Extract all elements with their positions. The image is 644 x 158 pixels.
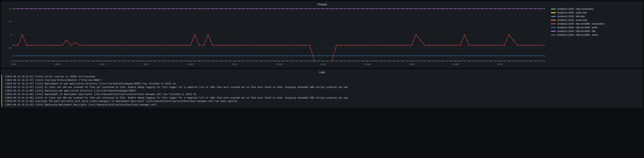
legend-item[interactable]: localhost:12345 - http-nio-8080 - idle: [551, 29, 640, 33]
svg-point-828: [367, 8, 368, 9]
expand-caret-icon[interactable]: ▸: [3, 103, 4, 106]
log-line[interactable]: ▸[2023-04-13 14:12:47] [info] At least o…: [1, 86, 643, 89]
svg-point-519: [70, 45, 71, 46]
expand-caret-icon[interactable]: ▸: [3, 82, 4, 85]
svg-point-520: [75, 42, 76, 43]
expand-caret-icon[interactable]: ▸: [3, 89, 4, 92]
svg-point-685: [270, 55, 270, 56]
log-text: [2023-04-13 14:12:47] [info] Server star…: [5, 75, 95, 78]
info-icon[interactable]: i: [3, 2, 3, 5]
legend-item[interactable]: localhost:12345 - http-nio-8080 - connec…: [551, 22, 640, 26]
svg-point-627: [13, 55, 14, 56]
svg-point-717: [411, 55, 412, 56]
legend-item[interactable]: localhost:12345 - active total: [551, 18, 640, 22]
panel-title-logs[interactable]: Logs: [1, 69, 643, 75]
svg-point-887: [93, 60, 94, 61]
log-line[interactable]: ▸[2023-04-13 14:12:46] [warning] The pat…: [1, 99, 643, 103]
svg-point-815: [310, 8, 310, 9]
log-text: [2023-04-13 14:12:47] [info] At least on…: [5, 86, 348, 89]
svg-point-920: [238, 60, 240, 61]
svg-point-908: [186, 60, 186, 61]
log-line[interactable]: ▸[2023-04-13 14:12:45] [info] Deploying …: [1, 103, 643, 106]
svg-point-676: [230, 55, 231, 56]
svg-point-907: [181, 60, 182, 61]
svg-point-549: [203, 45, 204, 46]
log-line[interactable]: ▸[2023-04-13 14:12:47] [info] Starting P…: [1, 78, 643, 82]
svg-point-534: [137, 45, 138, 46]
svg-point-517: [62, 45, 62, 46]
svg-point-672: [212, 55, 213, 56]
svg-point-718: [416, 55, 416, 56]
svg-point-748: [13, 8, 14, 9]
svg-point-650: [115, 55, 116, 56]
log-line[interactable]: ▸[2023-04-13 14:12:47] [info] Deployment…: [1, 82, 643, 86]
svg-point-799: [238, 8, 240, 9]
svg-point-873: [31, 60, 32, 61]
expand-caret-icon[interactable]: ▸: [3, 79, 4, 82]
svg-point-739: [508, 55, 509, 56]
svg-point-527: [106, 45, 107, 46]
svg-point-766: [93, 8, 94, 9]
log-line[interactable]: ▸[2023-04-13 14:12:46] [info] Deployment…: [1, 93, 643, 96]
svg-point-509: [26, 45, 27, 46]
svg-point-742: [522, 55, 522, 56]
svg-text:7.5: 7.5: [9, 21, 12, 23]
expand-caret-icon[interactable]: ▸: [3, 86, 4, 89]
svg-point-624: [535, 45, 536, 46]
svg-point-693: [305, 55, 306, 56]
svg-point-678: [238, 55, 240, 56]
expand-caret-icon[interactable]: ▸: [3, 93, 4, 96]
svg-point-962: [424, 60, 425, 61]
svg-point-655: [137, 55, 138, 56]
svg-point-586: [367, 45, 368, 46]
legend-item[interactable]: localhost:12345 - total connections: [551, 7, 640, 11]
expand-caret-icon[interactable]: ▸: [3, 96, 4, 99]
legend-item[interactable]: localhost:12345 - http-nio-8080 - poller: [551, 26, 640, 29]
svg-point-573: [310, 45, 310, 46]
log-line[interactable]: ▸[2023-04-13 14:12:46] [info] At least o…: [1, 96, 643, 100]
log-line[interactable]: ▸[2023-04-13 14:12:47] [info] Server sta…: [1, 75, 643, 78]
panel-title-threads[interactable]: Threads: [1, 1, 643, 7]
svg-text:10:15: 10:15: [143, 63, 149, 65]
svg-point-967: [446, 60, 447, 61]
svg-point-804: [261, 8, 262, 9]
svg-point-704: [354, 55, 354, 56]
info-icon[interactable]: i: [3, 70, 3, 72]
svg-point-975: [482, 60, 483, 61]
svg-point-882: [70, 60, 71, 61]
svg-point-630: [26, 55, 27, 56]
legend-item[interactable]: localhost:12345 - poller total: [551, 11, 640, 15]
expand-caret-icon[interactable]: ▸: [3, 100, 4, 103]
svg-point-966: [442, 60, 443, 61]
svg-point-865: [530, 8, 531, 9]
log-level-bar: [1, 96, 2, 100]
svg-text:10:00: 10:00: [11, 63, 16, 65]
svg-point-955: [393, 60, 394, 61]
svg-point-837: [406, 8, 408, 9]
chart-plot-area[interactable]: 02.557.51010:0010:0510:1010:1510:2010:25…: [4, 7, 546, 66]
expand-caret-icon[interactable]: ▸: [3, 75, 4, 78]
legend-item[interactable]: localhost:12345 - http-nio-8080 - active: [551, 33, 640, 37]
svg-point-822: [340, 8, 341, 9]
svg-text:10:30: 10:30: [276, 63, 282, 65]
svg-text:10:50: 10:50: [453, 63, 458, 65]
svg-point-562: [261, 45, 262, 46]
svg-point-605: [451, 45, 452, 46]
log-line[interactable]: ▸[2023-04-13 14:12:46] [info] Deploying …: [1, 89, 643, 93]
svg-point-983: [517, 60, 518, 61]
svg-point-686: [274, 55, 275, 56]
svg-point-671: [208, 55, 208, 56]
svg-point-719: [420, 55, 421, 56]
legend-label: localhost:12345 - total connections: [557, 8, 594, 10]
svg-point-684: [265, 55, 266, 56]
legend-item[interactable]: localhost:12345 - idle total: [551, 15, 640, 18]
svg-point-976: [486, 60, 487, 61]
svg-point-749: [18, 8, 18, 9]
svg-point-876: [44, 60, 45, 61]
legend-swatch: [551, 16, 556, 17]
svg-point-917: [225, 60, 226, 61]
svg-point-899: [146, 60, 146, 61]
logs-list[interactable]: ▸[2023-04-13 14:12:47] [info] Server sta…: [1, 75, 643, 108]
svg-point-524: [93, 45, 94, 46]
svg-point-931: [287, 60, 288, 61]
